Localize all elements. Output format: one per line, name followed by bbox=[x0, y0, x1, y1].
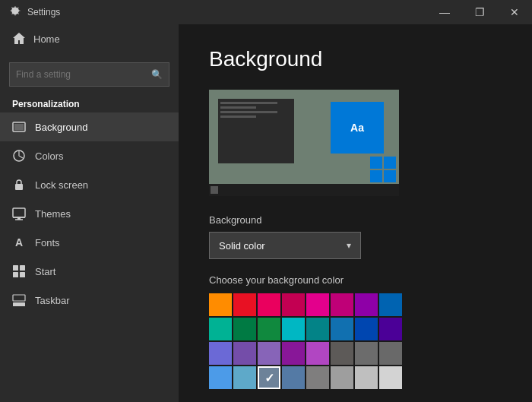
preview-start-menu: Aa bbox=[331, 102, 384, 154]
sidebar: Home 🔍 Personalization Background bbox=[0, 24, 179, 402]
color-swatch[interactable] bbox=[258, 366, 280, 389]
preview-aa-text: Aa bbox=[350, 122, 364, 134]
color-swatch[interactable] bbox=[379, 293, 402, 316]
color-swatch[interactable] bbox=[355, 366, 378, 389]
color-swatch[interactable] bbox=[355, 293, 378, 316]
close-button[interactable]: ✕ bbox=[497, 0, 532, 24]
color-swatch[interactable] bbox=[355, 318, 378, 340]
color-swatch[interactable] bbox=[233, 366, 256, 389]
sidebar-lockscreen-label: Lock screen bbox=[35, 179, 88, 191]
page-title: Background bbox=[209, 47, 502, 71]
sidebar-item-themes[interactable]: Themes bbox=[0, 199, 179, 228]
color-swatch[interactable] bbox=[209, 293, 232, 316]
sidebar-colors-label: Colors bbox=[35, 150, 64, 162]
color-swatch[interactable] bbox=[379, 366, 402, 389]
color-swatch[interactable] bbox=[331, 366, 353, 389]
choose-color-label: Choose your background color bbox=[209, 274, 502, 286]
preview-tile-3 bbox=[370, 170, 382, 182]
color-swatch[interactable] bbox=[282, 318, 305, 340]
lock-icon bbox=[12, 178, 26, 192]
color-row bbox=[209, 318, 502, 340]
color-swatch[interactable] bbox=[331, 342, 353, 365]
sidebar-item-start[interactable]: Start bbox=[0, 257, 179, 286]
taskbar-icon bbox=[12, 293, 26, 307]
color-swatch[interactable] bbox=[379, 342, 402, 365]
preview-line-3 bbox=[220, 111, 277, 113]
sidebar-themes-label: Themes bbox=[35, 208, 71, 220]
svg-rect-4 bbox=[13, 208, 25, 217]
colors-icon bbox=[12, 149, 26, 163]
color-swatch[interactable] bbox=[258, 318, 280, 340]
color-swatch[interactable] bbox=[306, 342, 329, 365]
color-swatch[interactable] bbox=[209, 318, 232, 340]
preview-desktop: Aa bbox=[209, 90, 399, 196]
sidebar-section-label: Personalization bbox=[0, 93, 179, 112]
maximize-button[interactable]: ❐ bbox=[462, 0, 497, 24]
color-swatch[interactable] bbox=[258, 342, 280, 365]
color-swatch[interactable] bbox=[233, 318, 256, 340]
svg-rect-10 bbox=[13, 272, 18, 277]
dropdown-value: Solid color bbox=[219, 240, 265, 252]
color-swatch[interactable] bbox=[282, 366, 305, 389]
sidebar-item-lockscreen[interactable]: Lock screen bbox=[0, 170, 179, 199]
background-icon bbox=[12, 120, 26, 134]
color-swatch[interactable] bbox=[282, 293, 305, 316]
sidebar-taskbar-label: Taskbar bbox=[35, 295, 70, 306]
preview-tile-2 bbox=[384, 157, 396, 169]
preview-line-1 bbox=[220, 102, 277, 104]
color-swatch[interactable] bbox=[306, 293, 329, 316]
sidebar-item-home[interactable]: Home bbox=[0, 24, 179, 53]
color-swatch[interactable] bbox=[331, 293, 353, 316]
preview-window-lines bbox=[218, 99, 294, 121]
svg-rect-13 bbox=[13, 295, 25, 301]
sidebar-item-background[interactable]: Background bbox=[0, 112, 179, 141]
search-input[interactable] bbox=[16, 69, 151, 80]
preview-tile-4 bbox=[384, 170, 396, 182]
background-preview: Aa bbox=[209, 90, 399, 196]
main-content: Home 🔍 Personalization Background bbox=[0, 24, 532, 402]
color-grid bbox=[209, 293, 502, 389]
search-icon: 🔍 bbox=[151, 69, 163, 80]
svg-rect-8 bbox=[13, 265, 18, 271]
title-bar: Settings — ❐ ✕ bbox=[0, 0, 532, 24]
svg-rect-1 bbox=[14, 124, 24, 130]
title-bar-title: Settings bbox=[27, 7, 60, 17]
color-row bbox=[209, 342, 502, 365]
chevron-down-icon: ▾ bbox=[347, 240, 351, 251]
color-swatch[interactable] bbox=[209, 342, 232, 365]
sidebar-background-label: Background bbox=[35, 122, 87, 133]
preview-tile-1 bbox=[370, 157, 382, 169]
color-swatch[interactable] bbox=[233, 293, 256, 316]
sidebar-fonts-label: Fonts bbox=[35, 237, 60, 248]
sidebar-item-fonts[interactable]: A Fonts bbox=[0, 228, 179, 257]
color-swatch[interactable] bbox=[355, 342, 378, 365]
search-box[interactable]: 🔍 bbox=[9, 62, 169, 87]
preview-taskbar bbox=[209, 184, 399, 196]
color-swatch[interactable] bbox=[379, 318, 402, 340]
svg-rect-11 bbox=[20, 272, 25, 277]
sidebar-item-colors[interactable]: Colors bbox=[0, 141, 179, 170]
svg-rect-3 bbox=[15, 184, 23, 190]
settings-icon bbox=[9, 6, 21, 18]
color-swatch[interactable] bbox=[258, 293, 280, 316]
color-swatch[interactable] bbox=[282, 342, 305, 365]
color-row bbox=[209, 293, 502, 316]
home-icon bbox=[12, 32, 26, 46]
minimize-button[interactable]: — bbox=[427, 0, 462, 24]
sidebar-start-label: Start bbox=[35, 266, 55, 277]
preview-taskbar-icon bbox=[211, 186, 218, 194]
color-swatch[interactable] bbox=[306, 366, 329, 389]
themes-icon bbox=[12, 207, 26, 220]
background-dropdown[interactable]: Solid color ▾ bbox=[209, 232, 361, 259]
sidebar-item-taskbar[interactable]: Taskbar bbox=[0, 286, 179, 315]
preview-line-4 bbox=[220, 116, 256, 118]
color-swatch[interactable] bbox=[306, 318, 329, 340]
color-swatch[interactable] bbox=[331, 318, 353, 340]
color-swatch[interactable] bbox=[233, 342, 256, 365]
svg-rect-12 bbox=[13, 302, 25, 306]
content-area: Background Aa bbox=[179, 24, 532, 402]
color-swatch[interactable] bbox=[209, 366, 232, 389]
title-bar-controls: — ❐ ✕ bbox=[427, 0, 532, 24]
title-bar-left: Settings bbox=[9, 6, 60, 18]
preview-line-2 bbox=[220, 106, 256, 109]
